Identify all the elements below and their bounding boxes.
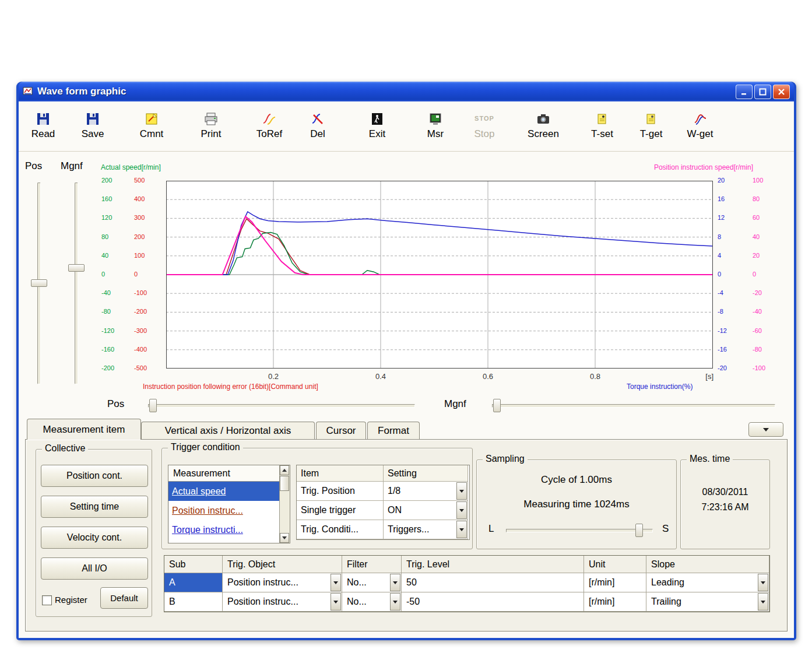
row-a-unit-cell: [r/min] [584,573,646,592]
following-error-axis-title: Instruction position following error (16… [143,383,318,391]
row-b-trig-object-dropdown[interactable] [331,593,341,611]
setting-value-trig-condition[interactable]: Triggers... [384,520,468,539]
row-a-trig-object-dropdown[interactable] [331,574,341,591]
settings-header-item: Item [297,465,384,482]
series-actual-speed [166,233,713,275]
all-io-button[interactable]: All I/O [41,557,148,580]
list-item-actual-speed[interactable]: Actual speed [168,482,280,501]
maximize-button[interactable] [754,85,771,99]
mgnf-vertical-slider-thumb[interactable] [68,264,85,272]
list-item-position-instruction[interactable]: Position instruc... [168,501,280,520]
measure-screen-icon [428,106,443,127]
measurement-item-panel: Collective Position cont. Setting time V… [25,439,788,632]
sampling-slider-track[interactable] [506,529,653,532]
series-torque-instruction [166,212,713,275]
toref-label: ToRef [256,128,282,140]
row-b-trig-object-value: Position instruc... [227,597,298,607]
velocity-cont-button[interactable]: Velocity cont. [41,527,148,549]
row-b-sub-cell[interactable]: B [164,592,223,612]
screen-button[interactable]: Screen [524,106,563,140]
comment-label: Cmnt [140,128,164,140]
setting-value-single-trigger[interactable]: ON [384,501,468,520]
print-button[interactable]: Print [192,106,230,140]
save-button[interactable]: Save [73,106,112,140]
row-b-slope-value: Trailing [651,597,681,607]
row-b-slope-combo[interactable]: Trailing [646,592,769,612]
register-checkbox[interactable] [42,595,52,605]
tick-label: -20 [753,289,762,296]
row-a-filter-dropdown[interactable] [390,574,400,591]
trigger-table: Sub Trig. Object Filter Trig. Level Unit… [164,555,770,612]
wget-button[interactable]: W-get [681,106,719,140]
exit-button[interactable]: Exit [358,106,396,140]
triangle-up-icon [282,466,287,472]
mgnf-horizontal-slider-track[interactable] [492,404,775,408]
mgnf-hslider-label: Mgnf [444,398,466,410]
sampling-slider-thumb[interactable] [635,524,643,537]
row-b-trig-object-combo[interactable]: Position instruc... [223,592,342,612]
pos-horizontal-slider-thumb[interactable] [149,399,157,412]
tab-vertical-horizontal-axis[interactable]: Vertical axis / Horizontal axis [141,422,315,439]
tab-vertical-horizontal-axis-label: Vertical axis / Horizontal axis [165,425,291,437]
wget-waves-icon [693,106,708,127]
tick-label: 500 [134,177,145,184]
tget-button[interactable]: T-get [632,106,670,140]
minimize-button[interactable] [736,85,753,99]
setting-item-single-trigger: Single trigger [297,501,384,520]
mgnf-horizontal-slider-thumb[interactable] [493,399,501,412]
comment-button[interactable]: Cmnt [132,106,171,140]
row-a-filter-value: No... [347,577,367,588]
trig-position-value: 1/8 [388,486,400,496]
row-b-trig-level-field[interactable]: -50 [402,592,584,612]
setting-time-button[interactable]: Setting time [41,496,148,518]
row-a-filter-combo[interactable]: No... [342,573,402,592]
tick-label: 20 [718,177,725,184]
trig-position-dropdown[interactable] [456,482,467,500]
single-trigger-dropdown[interactable] [456,501,467,519]
tick-label: 60 [753,214,760,221]
tab-format[interactable]: Format [367,422,420,439]
mgnf-slider-label: Mgnf [61,160,83,172]
tab-cursor[interactable]: Cursor [316,422,366,439]
row-a-trig-object-combo[interactable]: Position instruc... [223,573,342,592]
mes-time-legend: Mes. time [687,454,733,464]
list-scrollbar[interactable] [279,465,290,543]
row-b-filter-dropdown[interactable] [390,593,400,611]
tab-measurement-item[interactable]: Measurement item [27,419,141,440]
toref-button[interactable]: ToRef [250,106,289,140]
pos-vertical-slider-thumb[interactable] [31,279,47,287]
scroll-down-button[interactable] [280,533,289,543]
scroll-up-button[interactable] [280,465,289,475]
default-button[interactable]: Default [100,587,148,609]
list-item-torque-instruction[interactable]: Torque instructi... [168,520,280,539]
close-button[interactable] [773,85,790,99]
main-area: Pos Mgnf Actual speed[r/min] Position in… [19,152,794,638]
pos-hslider-label: Pos [107,398,124,410]
tick-label: -100 [753,364,765,371]
row-a-slope-dropdown[interactable] [758,574,768,591]
read-button[interactable]: Read [24,106,62,140]
row-a-sub-cell[interactable]: A [164,573,223,592]
tset-button[interactable]: T-set [583,106,621,140]
comment-note-icon [144,106,159,127]
trig-condition-dropdown[interactable] [456,521,467,538]
tick-label: -40 [753,308,762,315]
position-cont-button[interactable]: Position cont. [41,465,148,487]
measure-button[interactable]: Msr [416,106,455,140]
mgnf-vertical-slider-track[interactable] [75,183,78,384]
row-a-trig-level-field[interactable]: 50 [402,573,584,592]
floppy-save-icon [85,106,100,127]
single-trigger-value: ON [388,505,402,515]
tick-label: 400 [134,195,145,202]
setting-value-trig-position[interactable]: 1/8 [384,482,468,501]
row-b-slope-dropdown[interactable] [758,593,768,611]
row-a-slope-combo[interactable]: Leading [646,573,769,592]
tick-label: 120 [101,214,112,221]
row-b-filter-combo[interactable]: No... [342,592,402,612]
pos-horizontal-slider-track[interactable] [148,404,415,408]
delete-button[interactable]: Del [298,106,337,140]
tick-label: -16 [718,346,727,353]
read-label: Read [31,128,55,140]
panel-dropdown-button[interactable] [748,422,783,437]
scroll-thumb[interactable] [280,476,289,491]
